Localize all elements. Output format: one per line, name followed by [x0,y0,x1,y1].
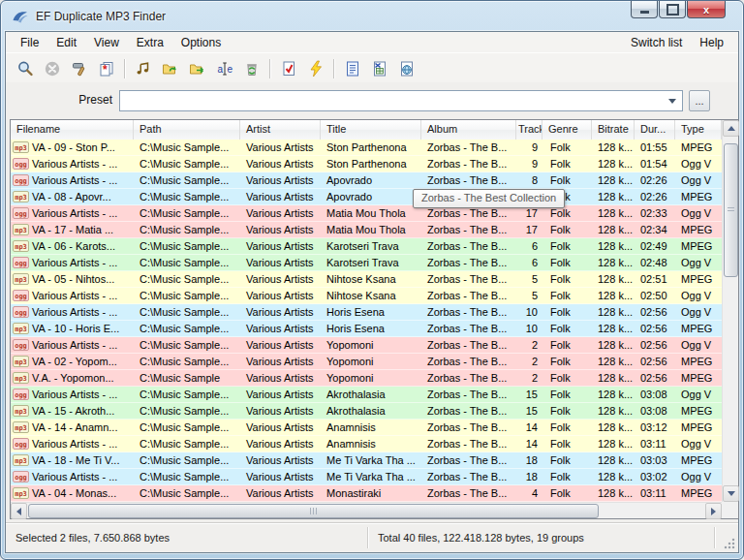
scroll-up-button[interactable] [723,120,739,137]
open-folder-button[interactable] [157,56,184,81]
delete-button[interactable] [238,56,265,81]
cell-bitrate: 128 k... [592,452,635,468]
title-bar[interactable]: EF Duplicate MP3 Finder x [1,1,743,31]
column-header-path[interactable]: Path [134,120,240,140]
column-header-genre[interactable]: Genre [542,120,592,140]
quick-start-button[interactable] [302,56,329,81]
table-row[interactable]: oggVarious Artists - ...C:\Music Sample.… [11,469,722,485]
column-header-filename[interactable]: Filename [11,120,134,140]
new-search-button[interactable]: * [93,56,120,81]
minimize-button[interactable] [631,1,658,18]
scroll-down-button[interactable] [723,485,739,502]
column-header-dur[interactable]: Dur... [635,120,675,140]
filename-text: Various Artists - ... [32,337,117,353]
menu-extra[interactable]: Extra [128,34,172,51]
album-tooltip: Zorbas - The Best Collection [413,189,565,208]
cell-track: 6 [516,238,542,254]
menu-edit[interactable]: Edit [47,34,85,51]
search-button[interactable] [12,56,39,81]
column-header-type[interactable]: Type [675,120,722,140]
menu-switch-list[interactable]: Switch list [622,34,691,51]
move-button[interactable] [184,56,211,81]
table-row[interactable]: oggVarious Artists - ...C:\Music Sample.… [11,387,722,403]
cell-track: 9 [516,156,542,171]
cell-bitrate: 128 k... [592,304,635,320]
cell-duration: 02:26 [635,189,675,204]
table-row[interactable]: oggVarious Artists - ...C:\Music Sample.… [11,205,722,222]
table-row[interactable]: mp3VA - 05 - Nihtos...C:\Music Sample...… [11,271,722,288]
table-row[interactable]: oggVarious Artists - ...C:\Music Sample.… [11,255,722,271]
table-row[interactable]: mp3VA - 02 - Yopom...C:\Music Sample...V… [11,354,722,370]
horizontal-scrollbar[interactable] [11,502,722,518]
cell-genre: Folk [542,370,592,386]
listen-button[interactable] [130,56,157,81]
table-row[interactable]: mp3VA - 18 - Me Ti V...C:\Music Sample..… [11,452,722,469]
table-row[interactable]: mp3VA - 09 - Ston P...C:\Music Sample...… [11,140,722,156]
move-icon [189,60,206,78]
preset-input[interactable] [122,93,663,109]
cell-filename: mp3VA - 15 - Akroth... [11,403,134,419]
close-button[interactable]: x [687,1,726,18]
html-report-button[interactable] [393,56,420,81]
table-row[interactable]: oggVarious Artists - ...C:\Music Sample.… [11,304,722,321]
table-row[interactable]: mp3V.A. - Yopomon...C:\Music SampleVario… [11,370,722,387]
cell-artist: Various Artists [240,420,321,435]
cell-genre: Folk [542,172,592,188]
ogg-file-icon: ogg [13,306,29,318]
menu-view[interactable]: View [85,34,128,51]
cell-artist: Various Artists [240,156,321,171]
chevron-down-icon[interactable] [668,99,676,104]
table-rows: mp3VA - 09 - Ston P...C:\Music Sample...… [11,140,722,502]
menu-file[interactable]: File [12,34,47,51]
cell-bitrate: 128 k... [592,337,635,353]
maximize-button[interactable] [659,1,686,18]
table-row[interactable]: oggVarious Artists - ...C:\Music Sample.… [11,337,722,354]
table-row[interactable]: mp3VA - 14 - Anamn...C:\Music Sample...V… [11,420,722,436]
filename-text: Various Artists - ... [32,156,117,171]
table-row[interactable]: mp3VA - 08 - Apovr...C:\Music Sample...V… [11,189,722,205]
cell-track: 10 [516,304,542,320]
column-header-title[interactable]: Title [321,120,421,140]
menu-options[interactable]: Options [172,34,230,51]
report-icon [344,60,361,78]
table-row[interactable]: mp3VA - 17 - Matia ...C:\Music Sample...… [11,222,722,238]
table-row[interactable]: mp3VA - 04 - Monas...C:\Music Sample...V… [11,485,722,502]
cell-duration: 02:56 [635,354,675,369]
preset-combobox[interactable] [119,90,683,111]
tools-button[interactable] [66,56,93,81]
table-row[interactable]: mp3VA - 15 - Akroth...C:\Music Sample...… [11,403,722,420]
preset-browse-button[interactable]: ... [689,90,710,111]
svg-text:*: * [103,62,108,76]
thumb-grip-icon [310,508,318,514]
cell-bitrate: 128 k... [592,205,635,221]
table-row[interactable]: mp3VA - 10 - Horis E...C:\Music Sample..… [11,321,722,337]
column-header-artist[interactable]: Artist [240,120,321,140]
cell-album: Zorbas - The B... [421,255,516,270]
cell-track: 2 [516,354,542,369]
vertical-scrollbar[interactable] [722,120,738,502]
vertical-scroll-thumb[interactable] [724,143,738,277]
table-row[interactable]: oggVarious Artists - ...C:\Music Sample.… [11,156,722,172]
stop-button[interactable] [39,56,66,81]
cell-duration: 03:11 [635,485,675,501]
table-row[interactable]: mp3VA - 06 - Karots...C:\Music Sample...… [11,238,722,255]
export-button[interactable] [366,56,393,81]
cell-type: Ogg V [675,469,722,484]
check-button[interactable] [275,56,302,81]
table-row[interactable]: oggVarious Artists - ...C:\Music Sample.… [11,436,722,452]
report-button[interactable] [339,56,366,81]
cell-filename: oggVarious Artists - ... [11,205,134,221]
rename-button[interactable]: ae [211,56,238,81]
horizontal-scroll-thumb[interactable] [28,504,599,518]
window-title: EF Duplicate MP3 Finder [36,10,166,23]
table-row[interactable]: oggVarious Artists - ...C:\Music Sample.… [11,288,722,304]
cell-album: Zorbas - The B... [421,337,516,353]
table-row[interactable]: oggVarious Artists - ...C:\Music Sample.… [11,172,722,189]
scroll-right-button[interactable] [705,503,722,519]
column-header-track[interactable]: Track [516,120,542,140]
column-header-album[interactable]: Album [421,120,516,140]
column-header-bitrate[interactable]: Bitrate [592,120,635,140]
resize-grip[interactable] [723,537,735,549]
menu-help[interactable]: Help [691,34,732,51]
scroll-left-button[interactable] [11,503,27,519]
